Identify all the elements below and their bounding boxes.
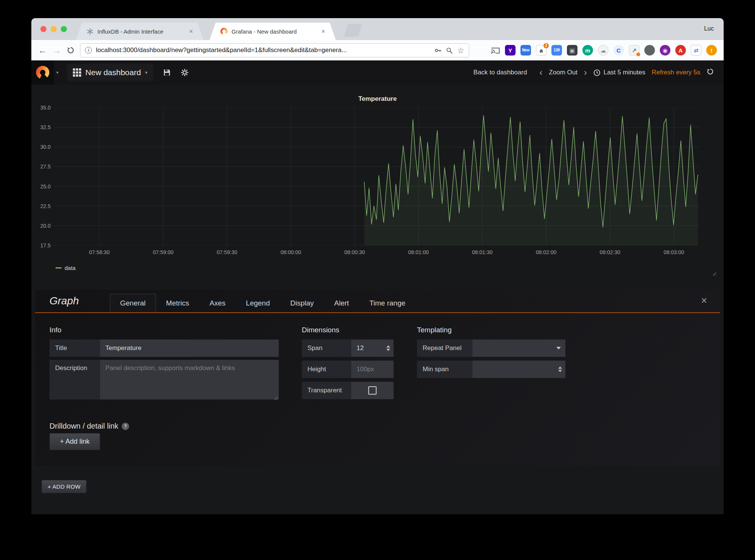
tab-grafana[interactable]: Grafana - New dashboard × [210, 23, 336, 40]
grafana-menu-caret-icon[interactable]: ▾ [56, 70, 59, 75]
span-stepper-icon[interactable] [386, 346, 390, 351]
repeat-panel-select[interactable] [472, 339, 565, 357]
m-circle-extension-icon[interactable]: m [582, 45, 593, 56]
zoom-icon[interactable] [446, 47, 453, 54]
editor-tab-metrics[interactable]: Metrics [156, 294, 199, 312]
pin-extension-icon[interactable]: ↗ [629, 45, 639, 56]
new-tab-button[interactable] [344, 24, 362, 37]
editor-tab-axes[interactable]: Axes [199, 294, 236, 312]
min-span-select[interactable] [472, 361, 565, 378]
save-dashboard-icon[interactable] [163, 69, 171, 76]
min-span-stepper-icon[interactable] [558, 367, 562, 372]
x-tick-label: 08:02:30 [600, 249, 621, 255]
bookmark-star-icon[interactable]: ☆ [457, 46, 464, 54]
transparent-checkbox[interactable] [368, 386, 377, 395]
counter-139-extension-icon[interactable]: 139 [551, 45, 562, 56]
orange-alert-extension-icon[interactable]: ! [706, 45, 717, 56]
x-tick-label: 08:03:00 [664, 249, 684, 255]
height-label: Height [302, 361, 351, 378]
url-text[interactable]: localhost:3000/dashboard/new?gettingstar… [96, 46, 430, 54]
editor-tabs: GeneralMetricsAxesLegendDisplayAlertTime… [110, 294, 415, 312]
panel-title[interactable]: Temperature [37, 95, 718, 103]
tab-close-icon[interactable]: × [321, 28, 325, 35]
editor-tab-general[interactable]: General [110, 294, 156, 312]
navbar-right-controls: Back to dashboard ‹ Zoom Out › Last 5 mi… [474, 68, 724, 77]
x-tick-label: 08:00:00 [281, 249, 301, 255]
legend-swatch [56, 267, 62, 268]
reload-button[interactable] [67, 46, 74, 54]
yahoo-extension-icon[interactable]: Y [505, 45, 516, 56]
zoom-window-button[interactable] [61, 26, 67, 32]
height-field-cell [351, 361, 394, 378]
title-form-row: Title [49, 339, 279, 357]
refresh-interval-button[interactable]: Refresh every 5s [652, 69, 701, 76]
dashboard-grid-icon [73, 68, 81, 77]
grafana-logo[interactable] [31, 60, 54, 85]
span-form-row: Span 12 [302, 339, 394, 357]
chart-canvas[interactable] [54, 108, 700, 245]
forward-button[interactable]: → [52, 46, 61, 55]
add-link-button[interactable]: + Add link [49, 433, 100, 450]
y-tick-label: 20.0 [40, 223, 51, 229]
cloud-extension-icon[interactable]: ☁ [598, 45, 608, 56]
templating-section-heading: Templating [417, 326, 452, 334]
purple-app-extension-icon[interactable]: ◉ [660, 45, 670, 56]
tab-close-icon[interactable]: × [189, 28, 193, 35]
time-range-picker[interactable]: Last 5 minutes [593, 69, 645, 76]
close-window-button[interactable] [40, 26, 46, 32]
red-a-extension-icon[interactable]: A [675, 45, 686, 56]
c-wave-extension-icon[interactable]: C [613, 45, 624, 56]
refresh-icon[interactable] [707, 68, 714, 77]
dark-square-extension-icon[interactable]: ▣ [567, 45, 577, 56]
page-info-icon[interactable]: i [85, 47, 92, 54]
height-input[interactable] [351, 361, 394, 378]
address-bar[interactable]: i localhost:3000/dashboard/new?gettingst… [80, 43, 469, 57]
editor-tab-legend[interactable]: Legend [236, 294, 280, 312]
back-button[interactable]: ← [38, 46, 47, 55]
span-label: Span [302, 339, 351, 357]
x-tick-label: 08:00:30 [344, 249, 365, 255]
time-shift-right-icon[interactable]: › [584, 68, 587, 77]
browser-window: InfluxDB - Admin Interface × Grafana - N… [31, 18, 724, 514]
settings-gear-icon[interactable] [181, 68, 189, 77]
password-key-icon[interactable] [434, 47, 442, 54]
new-badge-extension-icon[interactable]: New [520, 45, 531, 56]
add-row-button[interactable]: + ADD ROW [42, 480, 86, 493]
grafana-navbar: ▾ New dashboard ▾ Back to dashboard ‹ Zo… [31, 60, 724, 85]
span-select[interactable]: 12 [351, 339, 394, 357]
minimize-window-button[interactable] [51, 26, 57, 32]
panel-editor: Graph GeneralMetricsAxesLegendDisplayAle… [35, 290, 720, 466]
editor-tab-time-range[interactable]: Time range [359, 294, 415, 312]
legend-series-label[interactable]: data [65, 265, 76, 271]
close-editor-icon[interactable]: × [701, 296, 707, 306]
description-label: Description [49, 360, 100, 400]
panel-title-input[interactable] [100, 339, 279, 357]
chart-plot-area: 35.032.530.027.525.022.520.017.5 07:58:3… [54, 108, 700, 245]
panel-description-textarea[interactable] [100, 360, 279, 400]
transparent-label: Transparent [302, 382, 351, 399]
tab-title: InfluxDB - Admin Interface [97, 28, 185, 35]
editor-tab-display[interactable]: Display [280, 294, 324, 312]
dashboard-area: Temperature 35.032.530.027.525.022.520.0… [31, 85, 724, 514]
browser-toolbar: ← → i localhost:3000/dashboard/new?getti… [31, 40, 724, 60]
span-value: 12 [357, 344, 364, 352]
editor-tab-alert[interactable]: Alert [324, 294, 359, 312]
amazon-extension-icon[interactable]: a2 [536, 45, 547, 56]
tab-influxdb[interactable]: InfluxDB - Admin Interface × [76, 23, 204, 40]
zoom-out-button[interactable]: Zoom Out [549, 69, 577, 76]
panel-resize-handle[interactable] [711, 271, 716, 276]
tab-title: Grafana - New dashboard [232, 28, 317, 35]
back-to-dashboard-button[interactable]: Back to dashboard [474, 69, 527, 76]
browser-tab-bar: InfluxDB - Admin Interface × Grafana - N… [31, 18, 724, 40]
x-tick-label: 07:59:30 [217, 249, 238, 255]
shield-extension-icon[interactable] [644, 45, 655, 56]
cast-icon[interactable] [491, 46, 500, 55]
title-field-cell [100, 339, 279, 357]
translate-extension-icon[interactable]: ⇄ [691, 45, 701, 56]
y-tick-label: 30.0 [40, 144, 51, 150]
panel-type-title: Graph [49, 295, 79, 307]
transparent-checkbox-cell [351, 382, 394, 399]
time-shift-left-icon[interactable]: ‹ [539, 68, 542, 77]
dashboard-picker[interactable]: New dashboard ▾ [67, 64, 153, 81]
help-icon[interactable]: ? [122, 423, 129, 430]
